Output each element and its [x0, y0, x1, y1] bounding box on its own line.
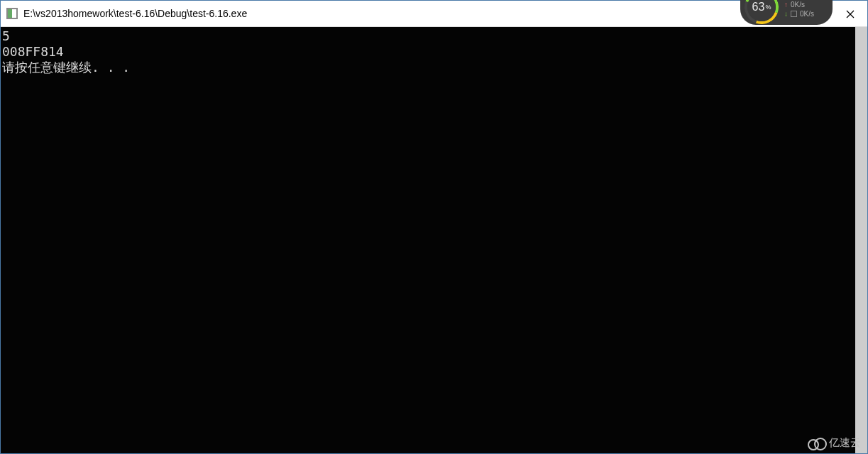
- close-button[interactable]: [834, 4, 866, 25]
- download-row: ↓ 0K/s: [784, 10, 814, 18]
- watermark-text: 亿速云: [829, 436, 861, 450]
- cloud-icon: [808, 438, 826, 449]
- upload-arrow-icon: ↑: [784, 1, 788, 9]
- network-stats: ↑ 0K/s ↓ 0K/s: [784, 1, 814, 18]
- upload-speed: 0K/s: [791, 1, 805, 9]
- window-title: E:\vs2013homework\test-6.16\Debug\test-6…: [23, 8, 862, 19]
- app-icon: [6, 8, 18, 19]
- download-speed: 0K/s: [800, 10, 814, 18]
- checkbox-icon: [791, 11, 797, 17]
- watermark: 亿速云: [808, 436, 861, 450]
- usage-gauge: 63%: [745, 0, 779, 24]
- download-arrow-icon: ↓: [784, 10, 788, 18]
- scrollbar-thumb[interactable]: [855, 27, 867, 453]
- vertical-scrollbar[interactable]: [855, 27, 867, 453]
- console-line: 008FF814: [2, 44, 866, 60]
- console-line: 5: [2, 28, 866, 44]
- gauge-percent-symbol: %: [765, 4, 771, 11]
- console-line: 请按任意键继续. . .: [2, 60, 866, 75]
- titlebar[interactable]: E:\vs2013homework\test-6.16\Debug\test-6…: [1, 1, 867, 27]
- upload-row: ↑ 0K/s: [784, 1, 814, 9]
- console-window: E:\vs2013homework\test-6.16\Debug\test-6…: [0, 0, 868, 454]
- close-icon: [846, 10, 855, 18]
- gauge-percent: 63: [752, 1, 765, 13]
- network-monitor-widget[interactable]: 63% ↑ 0K/s ↓ 0K/s: [740, 0, 833, 25]
- console-output[interactable]: 5 008FF814 请按任意键继续. . .: [1, 27, 867, 453]
